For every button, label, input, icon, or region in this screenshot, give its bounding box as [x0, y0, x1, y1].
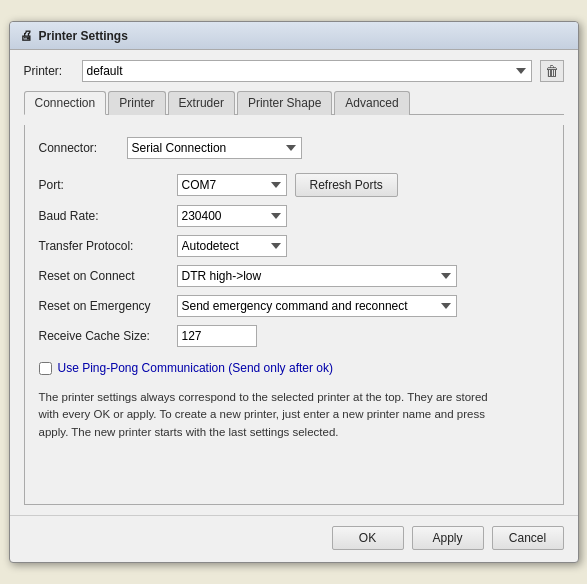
tab-extruder[interactable]: Extruder	[168, 91, 235, 115]
ping-pong-row: Use Ping-Pong Communication (Send only a…	[39, 361, 549, 375]
protocol-row: Transfer Protocol: Autodetect	[39, 235, 549, 257]
protocol-select[interactable]: Autodetect	[177, 235, 287, 257]
port-row: Port: COM7 Refresh Ports	[39, 173, 549, 197]
tab-connection[interactable]: Connection	[24, 91, 107, 115]
connector-row: Connector: Serial Connection	[39, 137, 549, 159]
apply-button[interactable]: Apply	[412, 526, 484, 550]
reset-connect-row: Reset on Connect DTR high->low None Cust…	[39, 265, 549, 287]
cache-size-row: Receive Cache Size:	[39, 325, 549, 347]
tab-advanced[interactable]: Advanced	[334, 91, 409, 115]
baud-rate-select[interactable]: 230400 115200 57600 38400 19200 9600	[177, 205, 287, 227]
tab-content-connection: Connector: Serial Connection Port: COM7 …	[24, 125, 564, 505]
info-text: The printer settings always correspond t…	[39, 389, 499, 441]
printer-icon: 🖨	[20, 28, 33, 43]
printer-settings-window: 🖨 Printer Settings Printer: default 🗑 Co…	[9, 21, 579, 563]
delete-printer-button[interactable]: 🗑	[540, 60, 564, 82]
port-label: Port:	[39, 178, 169, 192]
port-select[interactable]: COM7	[177, 174, 287, 196]
reset-emergency-label: Reset on Emergency	[39, 299, 169, 313]
cache-size-input[interactable]	[177, 325, 257, 347]
baud-rate-row: Baud Rate: 230400 115200 57600 38400 192…	[39, 205, 549, 227]
title-bar: 🖨 Printer Settings	[10, 22, 578, 50]
protocol-label: Transfer Protocol:	[39, 239, 169, 253]
tab-printer[interactable]: Printer	[108, 91, 165, 115]
window-body: Printer: default 🗑 Connection Printer Ex…	[10, 50, 578, 515]
printer-row: Printer: default 🗑	[24, 60, 564, 82]
cancel-button[interactable]: Cancel	[492, 526, 564, 550]
reset-emergency-row: Reset on Emergency Send emergency comman…	[39, 295, 549, 317]
reset-connect-select[interactable]: DTR high->low None Custom	[177, 265, 457, 287]
refresh-ports-button[interactable]: Refresh Ports	[295, 173, 398, 197]
printer-select[interactable]: default	[82, 60, 532, 82]
ping-pong-label: Use Ping-Pong Communication (Send only a…	[58, 361, 333, 375]
tab-printer-shape[interactable]: Printer Shape	[237, 91, 332, 115]
tabs-bar: Connection Printer Extruder Printer Shap…	[24, 90, 564, 115]
reset-emergency-select[interactable]: Send emergency command and reconnect Non…	[177, 295, 457, 317]
connector-label: Connector:	[39, 141, 119, 155]
printer-label: Printer:	[24, 64, 74, 78]
baud-rate-label: Baud Rate:	[39, 209, 169, 223]
bottom-buttons: OK Apply Cancel	[10, 515, 578, 562]
window-title: Printer Settings	[39, 29, 128, 43]
cache-size-label: Receive Cache Size:	[39, 329, 169, 343]
connector-select[interactable]: Serial Connection	[127, 137, 302, 159]
ok-button[interactable]: OK	[332, 526, 404, 550]
ping-pong-checkbox[interactable]	[39, 362, 52, 375]
reset-connect-label: Reset on Connect	[39, 269, 169, 283]
